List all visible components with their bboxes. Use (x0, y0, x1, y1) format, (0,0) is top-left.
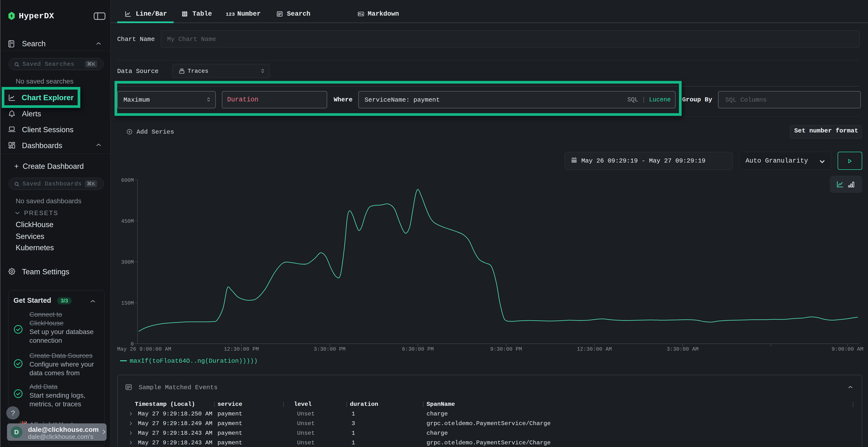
svg-text:150M: 150M (121, 300, 134, 306)
svg-text:12:30:00 PM: 12:30:00 PM (224, 346, 259, 352)
svg-text:450M: 450M (121, 218, 134, 225)
svg-text:May 26 9:00:00 AM: May 26 9:00:00 AM (117, 346, 171, 352)
svg-text:3:30:00 AM: 3:30:00 AM (667, 346, 699, 352)
svg-text:6:30:00 PM: 6:30:00 PM (402, 346, 434, 352)
svg-text:600M: 600M (121, 177, 134, 183)
svg-text:9:30:00 PM: 9:30:00 PM (490, 346, 522, 352)
svg-text:3:30:00 PM: 3:30:00 PM (314, 346, 345, 352)
svg-text:9:00:00 AM: 9:00:00 AM (832, 346, 863, 352)
svg-text:300M: 300M (121, 260, 134, 265)
svg-text:12:30:00 AM: 12:30:00 AM (577, 346, 612, 352)
